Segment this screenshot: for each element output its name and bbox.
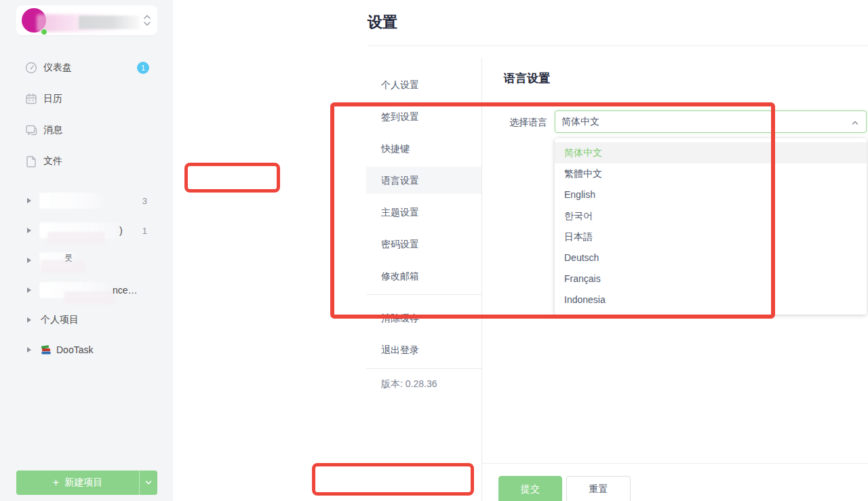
language-option-de[interactable]: Deutsch: [555, 247, 867, 268]
project-count: 3: [142, 196, 147, 206]
sidebar-item-files[interactable]: 文件: [0, 152, 173, 171]
project-row[interactable]: ) 1: [0, 221, 173, 240]
dashboard-badge: 1: [137, 62, 149, 74]
calendar-icon: [24, 92, 38, 106]
settings-menu-item-change-email[interactable]: 修改邮箱: [366, 262, 481, 289]
project-row[interactable]: nce…: [0, 281, 173, 300]
sidebar-item-messages[interactable]: 消息: [0, 121, 173, 140]
language-option-fr[interactable]: Français: [555, 268, 867, 289]
settings-menu: 个人设置 签到设置 快捷键 语言设置 主题设置 密码设置 修改邮箱 清除缓存 退…: [366, 71, 481, 390]
new-project-button[interactable]: + 新建项目: [16, 470, 157, 495]
sidebar-item-label: 仪表盘: [43, 62, 72, 74]
user-card[interactable]: [16, 5, 157, 35]
expand-triangle-icon[interactable]: [27, 228, 31, 233]
language-select[interactable]: 简体中文: [555, 111, 867, 133]
page-title: 设置: [368, 12, 397, 33]
expand-triangle-icon[interactable]: [27, 198, 31, 203]
chevron-updown-icon[interactable]: [142, 14, 152, 27]
expand-triangle-icon[interactable]: [27, 317, 31, 323]
redacted-project-blur: [41, 260, 85, 273]
project-label: DooTask: [56, 344, 93, 355]
project-name-fragment: ): [119, 225, 123, 236]
submit-button[interactable]: 提交: [498, 476, 562, 501]
language-select-value: 简体中文: [555, 116, 599, 128]
project-name-fragment: 룻: [64, 252, 73, 264]
settings-menu-item-checkin[interactable]: 签到设置: [366, 103, 481, 130]
redacted-project-name: [39, 193, 104, 209]
new-project-label: 新建项目: [64, 477, 102, 489]
expand-triangle-icon[interactable]: [27, 347, 31, 353]
panel-title: 语言设置: [504, 71, 550, 86]
reset-button[interactable]: 重置: [566, 476, 631, 501]
language-option-ko[interactable]: 한국어: [555, 205, 867, 226]
online-status-dot: [41, 28, 47, 35]
menu-panel-divider: [481, 58, 482, 501]
plus-icon: +: [53, 477, 59, 489]
project-name-fragment: nce…: [113, 285, 138, 296]
settings-menu-item-clear-cache[interactable]: 清除缓存: [366, 304, 481, 332]
sidebar-item-label: 文件: [43, 155, 62, 167]
settings-menu-item-theme[interactable]: 主题设置: [366, 199, 481, 226]
project-count: 1: [142, 226, 147, 236]
language-select-label: 选择语言: [509, 117, 547, 129]
language-option-zh-cn[interactable]: 简体中文: [555, 142, 867, 163]
sidebar-item-label: 日历: [43, 93, 62, 105]
project-row[interactable]: 룻: [0, 251, 173, 270]
redacted-user-name: [79, 16, 140, 29]
expand-triangle-icon[interactable]: [27, 287, 31, 293]
project-row-personal[interactable]: 个人项目: [0, 310, 173, 329]
sidebar-item-calendar[interactable]: 日历: [0, 89, 173, 108]
menu-group-divider: [366, 368, 481, 369]
project-row-dootask[interactable]: DooTask: [0, 340, 173, 359]
expand-triangle-icon[interactable]: [27, 258, 31, 263]
header-divider: [368, 45, 868, 46]
books-icon: [41, 344, 52, 355]
settings-menu-item-shortcuts[interactable]: 快捷键: [366, 135, 481, 162]
sidebar: 仪表盘 1 日历 消息 文件 3 ) 1 룻: [0, 0, 173, 501]
language-dropdown: 简体中文 繁體中文 English 한국어 日本語 Deutsch França…: [555, 138, 867, 315]
settings-menu-item-personal[interactable]: 个人设置: [366, 71, 481, 98]
menu-group-divider: [366, 294, 481, 295]
language-option-zh-tw[interactable]: 繁體中文: [555, 163, 867, 184]
language-option-id[interactable]: Indonesia: [555, 289, 867, 310]
chevron-down-icon[interactable]: [140, 470, 157, 495]
settings-menu-item-password[interactable]: 密码设置: [366, 231, 481, 258]
main-content: 设置 个人设置 签到设置 快捷键 语言设置 主题设置 密码设置 修改邮箱 清除缓…: [173, 0, 868, 501]
project-label: 个人项目: [41, 314, 79, 326]
redacted-project-blur: [64, 292, 115, 304]
language-option-ja[interactable]: 日本語: [555, 226, 867, 247]
footer-divider: [481, 463, 868, 464]
sidebar-item-dashboard[interactable]: 仪表盘 1: [0, 58, 173, 77]
version-label: 版本: 0.28.36: [366, 378, 481, 390]
redacted-project-blur: [47, 232, 105, 244]
file-icon: [24, 155, 38, 168]
settings-menu-item-language[interactable]: 语言设置: [366, 167, 481, 194]
project-row[interactable]: 3: [0, 191, 173, 210]
gauge-icon: [24, 61, 38, 75]
chat-icon: [24, 123, 38, 137]
sidebar-item-label: 消息: [43, 124, 62, 136]
language-option-en[interactable]: English: [555, 184, 867, 205]
chevron-up-icon: [850, 118, 860, 127]
settings-menu-item-logout[interactable]: 退出登录: [366, 336, 481, 363]
